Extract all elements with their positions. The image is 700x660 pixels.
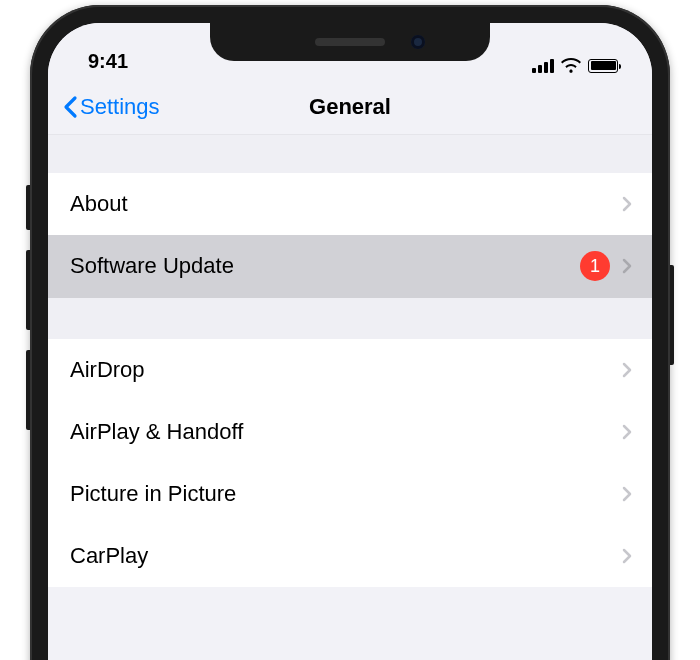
battery-icon xyxy=(588,59,618,73)
row-label: AirDrop xyxy=(70,357,622,383)
chevron-right-icon xyxy=(622,196,632,212)
chevron-right-icon xyxy=(622,424,632,440)
side-button xyxy=(670,265,674,365)
chevron-right-icon xyxy=(622,548,632,564)
back-label: Settings xyxy=(80,94,160,120)
screen: 9:41 Settings General xyxy=(48,23,652,660)
chevron-right-icon xyxy=(622,362,632,378)
row-label: Software Update xyxy=(70,253,580,279)
wifi-icon xyxy=(561,58,581,73)
row-label: AirPlay & Handoff xyxy=(70,419,622,445)
chevron-right-icon xyxy=(622,258,632,274)
section-divider xyxy=(48,297,652,339)
chevron-back-icon xyxy=(62,95,78,119)
nav-bar: Settings General xyxy=(48,79,652,135)
settings-group-2: AirDrop AirPlay & Handoff Picture in Pic… xyxy=(48,339,652,587)
settings-content: About Software Update 1 xyxy=(48,135,652,587)
status-icons xyxy=(532,58,618,73)
row-airdrop[interactable]: AirDrop xyxy=(48,339,652,401)
back-button[interactable]: Settings xyxy=(62,94,160,120)
row-about[interactable]: About xyxy=(48,173,652,235)
row-carplay[interactable]: CarPlay xyxy=(48,525,652,587)
status-time: 9:41 xyxy=(88,50,128,73)
phone-frame: 9:41 Settings General xyxy=(30,5,670,660)
speaker-grille xyxy=(315,38,385,46)
row-label: About xyxy=(70,191,622,217)
notification-badge: 1 xyxy=(580,251,610,281)
row-software-update[interactable]: Software Update 1 xyxy=(48,235,652,297)
settings-group-1: About Software Update 1 xyxy=(48,173,652,297)
cellular-signal-icon xyxy=(532,59,554,73)
notch xyxy=(210,23,490,61)
row-label: Picture in Picture xyxy=(70,481,622,507)
row-airplay-handoff[interactable]: AirPlay & Handoff xyxy=(48,401,652,463)
section-divider xyxy=(48,135,652,173)
row-label: CarPlay xyxy=(70,543,622,569)
chevron-right-icon xyxy=(622,486,632,502)
row-picture-in-picture[interactable]: Picture in Picture xyxy=(48,463,652,525)
front-camera xyxy=(411,35,425,49)
